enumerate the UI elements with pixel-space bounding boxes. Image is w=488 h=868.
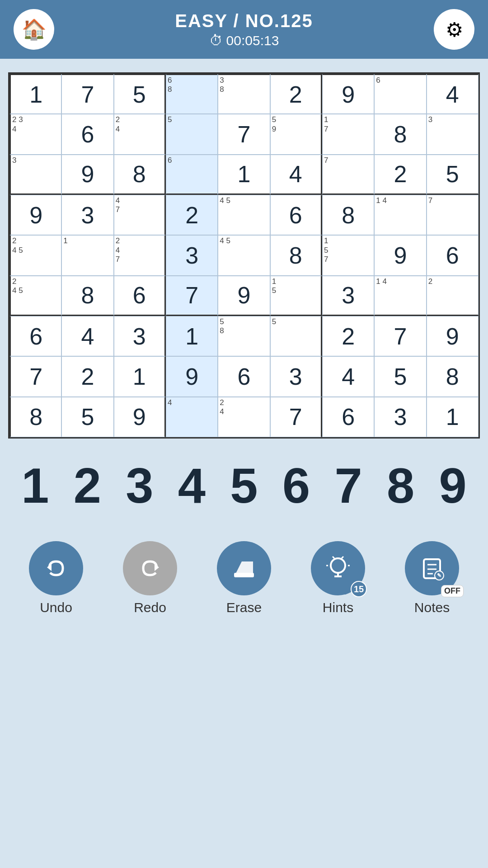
cell-r1-c8[interactable]: 3 <box>427 114 479 154</box>
cell-r0-c3[interactable]: 6 8 <box>166 74 218 114</box>
cell-r5-c1[interactable]: 8 <box>61 276 113 316</box>
cell-r4-c6[interactable]: 1 5 7 <box>322 235 374 275</box>
numpad-digit-8[interactable]: 8 <box>377 457 424 514</box>
cell-r6-c0[interactable]: 6 <box>9 316 61 356</box>
cell-r1-c1[interactable]: 6 <box>61 114 113 154</box>
cell-r7-c0[interactable]: 7 <box>9 356 61 396</box>
cell-r7-c1[interactable]: 2 <box>61 356 113 396</box>
cell-r8-c6[interactable]: 6 <box>322 397 374 437</box>
numpad-digit-3[interactable]: 3 <box>116 457 163 514</box>
cell-r1-c5[interactable]: 5 9 <box>270 114 322 154</box>
cell-r0-c4[interactable]: 3 8 <box>218 74 270 114</box>
cell-r0-c7[interactable]: 6 <box>374 74 426 114</box>
cell-r4-c0[interactable]: 2 4 5 <box>9 235 61 275</box>
cell-r1-c7[interactable]: 8 <box>374 114 426 154</box>
cell-r0-c5[interactable]: 2 <box>270 74 322 114</box>
cell-r8-c8[interactable]: 1 <box>427 397 479 437</box>
cell-r5-c2[interactable]: 6 <box>114 276 166 316</box>
cell-r4-c3[interactable]: 3 <box>166 235 218 275</box>
cell-r1-c3[interactable]: 5 <box>166 114 218 154</box>
cell-r5-c6[interactable]: 3 <box>322 276 374 316</box>
cell-r7-c6[interactable]: 4 <box>322 356 374 396</box>
cell-r5-c4[interactable]: 9 <box>218 276 270 316</box>
cell-r7-c2[interactable]: 1 <box>114 356 166 396</box>
redo-button[interactable]: Redo <box>123 541 177 615</box>
cell-r3-c2[interactable]: 4 7 <box>114 195 166 235</box>
cell-r7-c4[interactable]: 6 <box>218 356 270 396</box>
cell-r2-c5[interactable]: 4 <box>270 155 322 195</box>
sudoku-grid[interactable]: 1756 83 829642 3 462 4575 91 78339861472… <box>8 72 480 439</box>
cell-r3-c0[interactable]: 9 <box>9 195 61 235</box>
hints-button[interactable]: 15 Hints <box>311 541 365 615</box>
cell-r6-c4[interactable]: 5 8 <box>218 316 270 356</box>
cell-r6-c2[interactable]: 3 <box>114 316 166 356</box>
numpad-digit-4[interactable]: 4 <box>168 457 216 514</box>
cell-r1-c2[interactable]: 2 4 <box>114 114 166 154</box>
notes-button[interactable]: ✎ OFF Notes <box>405 541 459 615</box>
cell-r6-c7[interactable]: 7 <box>374 316 426 356</box>
numpad-digit-6[interactable]: 6 <box>272 457 320 514</box>
cell-r7-c7[interactable]: 5 <box>374 356 426 396</box>
cell-r4-c2[interactable]: 2 4 7 <box>114 235 166 275</box>
cell-r0-c6[interactable]: 9 <box>322 74 374 114</box>
cell-r3-c5[interactable]: 6 <box>270 195 322 235</box>
cell-r8-c2[interactable]: 9 <box>114 397 166 437</box>
cell-r6-c1[interactable]: 4 <box>61 316 113 356</box>
cell-r1-c4[interactable]: 7 <box>218 114 270 154</box>
home-button[interactable]: 🏠 <box>14 9 54 50</box>
cell-r4-c7[interactable]: 9 <box>374 235 426 275</box>
numpad-digit-9[interactable]: 9 <box>429 457 477 514</box>
cell-r2-c7[interactable]: 2 <box>374 155 426 195</box>
cell-r2-c0[interactable]: 3 <box>9 155 61 195</box>
cell-r6-c8[interactable]: 9 <box>427 316 479 356</box>
cell-r8-c3[interactable]: 4 <box>166 397 218 437</box>
cell-r4-c4[interactable]: 4 5 <box>218 235 270 275</box>
cell-r3-c6[interactable]: 8 <box>322 195 374 235</box>
cell-r2-c8[interactable]: 5 <box>427 155 479 195</box>
cell-r0-c1[interactable]: 7 <box>61 74 113 114</box>
numpad-digit-5[interactable]: 5 <box>220 457 267 514</box>
settings-button[interactable]: ⚙ <box>434 9 474 50</box>
cell-r8-c1[interactable]: 5 <box>61 397 113 437</box>
cell-r3-c3[interactable]: 2 <box>166 195 218 235</box>
cell-r5-c0[interactable]: 2 4 5 <box>9 276 61 316</box>
cell-r2-c6[interactable]: 7 <box>322 155 374 195</box>
cell-r3-c4[interactable]: 4 5 <box>218 195 270 235</box>
cell-r1-c0[interactable]: 2 3 4 <box>9 114 61 154</box>
cell-r3-c7[interactable]: 1 4 <box>374 195 426 235</box>
cell-r2-c3[interactable]: 6 <box>166 155 218 195</box>
cell-r6-c5[interactable]: 5 <box>270 316 322 356</box>
cell-r5-c7[interactable]: 1 4 <box>374 276 426 316</box>
cell-r2-c2[interactable]: 8 <box>114 155 166 195</box>
cell-r0-c0[interactable]: 1 <box>9 74 61 114</box>
cell-r4-c8[interactable]: 6 <box>427 235 479 275</box>
cell-r7-c3[interactable]: 9 <box>166 356 218 396</box>
cell-r8-c0[interactable]: 8 <box>9 397 61 437</box>
redo-circle <box>123 541 177 595</box>
cell-r5-c5[interactable]: 1 5 <box>270 276 322 316</box>
cell-r0-c8[interactable]: 4 <box>427 74 479 114</box>
cell-r7-c8[interactable]: 8 <box>427 356 479 396</box>
undo-button[interactable]: Undo <box>29 541 83 615</box>
numpad-digit-1[interactable]: 1 <box>11 457 59 514</box>
cell-r0-c2[interactable]: 5 <box>114 74 166 114</box>
cell-r2-c1[interactable]: 9 <box>61 155 113 195</box>
cell-r1-c6[interactable]: 1 7 <box>322 114 374 154</box>
cell-r5-c8[interactable]: 2 <box>427 276 479 316</box>
cell-r4-c1[interactable]: 1 <box>61 235 113 275</box>
cell-r4-c5[interactable]: 8 <box>270 235 322 275</box>
cell-r8-c5[interactable]: 7 <box>270 397 322 437</box>
numpad-digit-2[interactable]: 2 <box>64 457 111 514</box>
cell-r7-c5[interactable]: 3 <box>270 356 322 396</box>
cell-r2-c4[interactable]: 1 <box>218 155 270 195</box>
erase-button[interactable]: Erase <box>217 541 271 615</box>
numpad-digit-7[interactable]: 7 <box>325 457 372 514</box>
cell-r8-c7[interactable]: 3 <box>374 397 426 437</box>
cell-r6-c6[interactable]: 2 <box>322 316 374 356</box>
cell-r3-c8[interactable]: 7 <box>427 195 479 235</box>
cell-r6-c3[interactable]: 1 <box>166 316 218 356</box>
cell-r8-c4[interactable]: 2 4 <box>218 397 270 437</box>
cell-value: 6 <box>342 403 355 430</box>
cell-r5-c3[interactable]: 7 <box>166 276 218 316</box>
cell-r3-c1[interactable]: 3 <box>61 195 113 235</box>
